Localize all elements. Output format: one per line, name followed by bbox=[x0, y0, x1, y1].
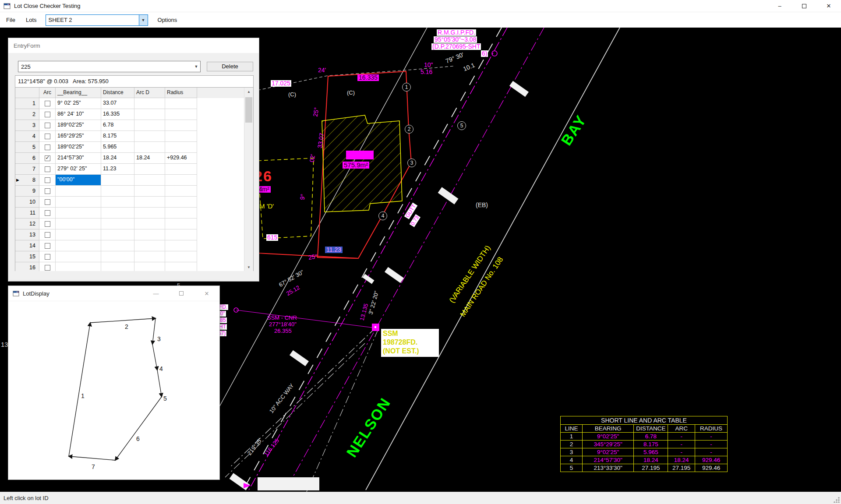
arc-cell[interactable] bbox=[39, 197, 56, 208]
radius-cell[interactable] bbox=[165, 251, 197, 262]
arc-checkbox[interactable] bbox=[45, 166, 50, 172]
arc-d-cell[interactable] bbox=[134, 197, 165, 208]
maximize-button[interactable] bbox=[792, 0, 816, 12]
arc-d-cell[interactable] bbox=[134, 109, 165, 120]
arc-d-cell[interactable] bbox=[134, 251, 165, 262]
point-id-4[interactable]: 4 bbox=[378, 211, 387, 220]
row-header[interactable]: 3 bbox=[15, 120, 39, 131]
maximize-button[interactable] bbox=[169, 286, 194, 301]
row-header[interactable]: 5 bbox=[15, 142, 39, 153]
bearing-cell[interactable] bbox=[56, 229, 101, 240]
radius-cell[interactable] bbox=[165, 109, 197, 120]
arc-d-cell[interactable] bbox=[134, 229, 165, 240]
distance-cell[interactable] bbox=[101, 251, 134, 262]
arc-cell[interactable] bbox=[39, 186, 56, 197]
row-header[interactable]: 9 bbox=[15, 186, 39, 197]
grid-row[interactable]: 14 bbox=[15, 240, 253, 251]
distance-cell[interactable]: 16.335 bbox=[101, 109, 134, 120]
bearing-cell[interactable]: 165°29'25" bbox=[56, 131, 101, 142]
grid-col-arc[interactable]: Arc bbox=[39, 88, 56, 98]
row-header[interactable]: 7 bbox=[15, 164, 39, 175]
point-id-2[interactable]: 2 bbox=[405, 125, 413, 134]
grid-col-radius[interactable]: Radius bbox=[165, 88, 197, 98]
row-header[interactable]: 13 bbox=[15, 229, 39, 240]
bearing-cell[interactable] bbox=[56, 208, 101, 219]
row-header[interactable]: 16 bbox=[15, 262, 39, 271]
arc-cell[interactable] bbox=[39, 240, 56, 251]
row-header[interactable]: 12 bbox=[15, 219, 39, 229]
bearing-cell[interactable]: 189°02'25" bbox=[56, 142, 101, 153]
lot-combobox[interactable]: 225 ▼ bbox=[18, 61, 201, 72]
grid-row[interactable]: 15 bbox=[15, 251, 253, 262]
point-id-5[interactable]: 5 bbox=[457, 121, 466, 130]
bearing-cell[interactable] bbox=[56, 219, 101, 229]
arc-checkbox[interactable] bbox=[45, 145, 50, 150]
grid-row[interactable]: 4165°29'25"8.175 bbox=[15, 131, 253, 142]
chevron-down-icon[interactable]: ▼ bbox=[139, 15, 148, 25]
grid-row[interactable]: 11 bbox=[15, 208, 253, 219]
row-header[interactable]: 6 bbox=[15, 153, 39, 164]
bearing-cell[interactable] bbox=[56, 186, 101, 197]
distance-cell[interactable]: 8.175 bbox=[101, 131, 134, 142]
bearing-cell[interactable]: 214°57'30" bbox=[56, 153, 101, 164]
arc-d-cell[interactable]: 18.24 bbox=[134, 153, 165, 164]
arc-checkbox[interactable] bbox=[45, 221, 50, 227]
arc-checkbox[interactable] bbox=[45, 134, 50, 139]
row-header[interactable]: 14 bbox=[15, 240, 39, 251]
point-id-1[interactable]: 1 bbox=[402, 83, 411, 92]
arc-cell[interactable] bbox=[39, 164, 56, 175]
arc-checkbox[interactable] bbox=[45, 210, 50, 216]
grid-col-distance[interactable]: Distance bbox=[101, 88, 134, 98]
grid-row[interactable]: 10 bbox=[15, 197, 253, 208]
distance-cell[interactable] bbox=[101, 229, 134, 240]
arc-cell[interactable] bbox=[39, 142, 56, 153]
grid-row[interactable]: ▶8"00'00" bbox=[15, 175, 253, 186]
arc-cell[interactable] bbox=[39, 262, 56, 271]
arc-cell[interactable] bbox=[39, 251, 56, 262]
radius-cell[interactable] bbox=[165, 229, 197, 240]
arc-cell[interactable] bbox=[39, 175, 56, 186]
bearing-cell[interactable] bbox=[56, 262, 101, 271]
arc-checkbox[interactable] bbox=[45, 243, 50, 249]
arc-d-cell[interactable] bbox=[134, 186, 165, 197]
row-header[interactable]: 4 bbox=[15, 131, 39, 142]
grid-row[interactable]: 16 bbox=[15, 262, 253, 271]
arc-checkbox[interactable] bbox=[45, 155, 50, 161]
scrollbar-thumb[interactable] bbox=[245, 97, 252, 123]
arc-cell[interactable] bbox=[39, 153, 56, 164]
radius-cell[interactable] bbox=[165, 120, 197, 131]
arc-cell[interactable] bbox=[39, 131, 56, 142]
grid-row[interactable]: 19° 02' 25"33.07 bbox=[15, 98, 253, 109]
bearing-cell[interactable]: "00'00" bbox=[56, 175, 101, 186]
bearing-cell[interactable]: 9° 02' 25" bbox=[56, 98, 101, 109]
menu-file[interactable]: File bbox=[2, 15, 20, 25]
arc-checkbox[interactable] bbox=[45, 265, 50, 271]
row-header[interactable]: ▶8 bbox=[15, 175, 39, 186]
distance-cell[interactable]: 5.965 bbox=[101, 142, 134, 153]
delete-button[interactable]: Delete bbox=[207, 62, 253, 71]
row-header[interactable]: 15 bbox=[15, 251, 39, 262]
arc-d-cell[interactable] bbox=[134, 164, 165, 175]
radius-cell[interactable] bbox=[165, 197, 197, 208]
grid-row[interactable]: 7279° 02' 25"11.23 bbox=[15, 164, 253, 175]
minimize-button[interactable]: — bbox=[143, 286, 169, 301]
menu-options[interactable]: Options bbox=[153, 15, 182, 25]
radius-cell[interactable] bbox=[165, 175, 197, 186]
radius-cell[interactable] bbox=[165, 219, 197, 229]
distance-cell[interactable] bbox=[101, 197, 134, 208]
distance-cell[interactable]: 33.07 bbox=[101, 98, 134, 109]
minimize-button[interactable]: – bbox=[767, 0, 792, 12]
arc-checkbox[interactable] bbox=[45, 177, 50, 183]
radius-cell[interactable] bbox=[165, 142, 197, 153]
arc-d-cell[interactable] bbox=[134, 262, 165, 271]
bearing-cell[interactable]: 279° 02' 25" bbox=[56, 164, 101, 175]
grid-col-arc-d[interactable]: Arc D bbox=[134, 88, 165, 98]
resize-grip[interactable] bbox=[834, 497, 840, 503]
distance-cell[interactable] bbox=[101, 262, 134, 271]
grid-row[interactable]: 286° 24' 10"16.335 bbox=[15, 109, 253, 120]
arc-d-cell[interactable] bbox=[134, 240, 165, 251]
close-button[interactable]: ✕ bbox=[194, 286, 219, 301]
distance-cell[interactable] bbox=[101, 186, 134, 197]
distance-cell[interactable]: 18.24 bbox=[101, 153, 134, 164]
radius-cell[interactable] bbox=[165, 131, 197, 142]
